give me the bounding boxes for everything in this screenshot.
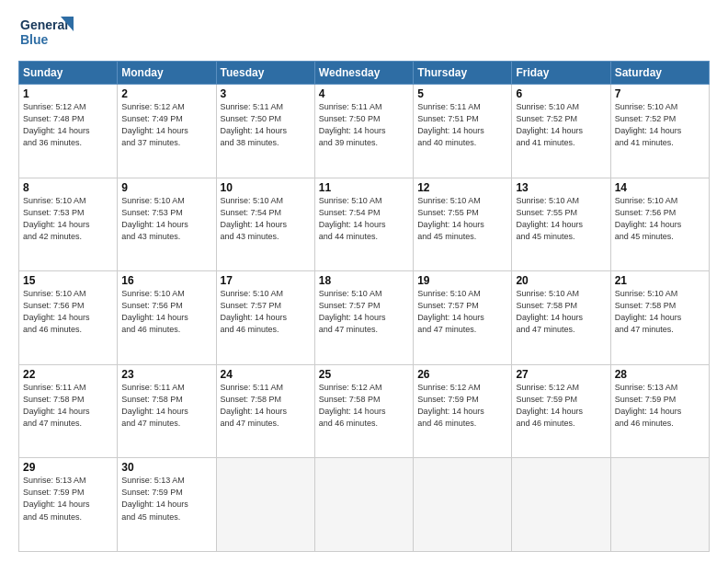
calendar-cell: 9 Sunrise: 5:10 AMSunset: 7:53 PMDayligh… xyxy=(118,178,216,271)
svg-text:Blue: Blue xyxy=(20,32,49,47)
day-info: Sunrise: 5:10 AMSunset: 7:52 PMDaylight:… xyxy=(516,101,606,149)
day-info: Sunrise: 5:10 AMSunset: 7:56 PMDaylight:… xyxy=(615,195,705,243)
day-number: 5 xyxy=(417,87,507,100)
day-info: Sunrise: 5:10 AMSunset: 7:54 PMDaylight:… xyxy=(221,195,311,243)
day-info: Sunrise: 5:12 AMSunset: 7:59 PMDaylight:… xyxy=(417,382,507,430)
calendar-cell xyxy=(216,458,314,552)
calendar-cell: 7 Sunrise: 5:10 AMSunset: 7:52 PMDayligh… xyxy=(610,85,709,178)
day-header-tuesday: Tuesday xyxy=(216,62,314,85)
calendar-row: 15 Sunrise: 5:10 AMSunset: 7:56 PMDaylig… xyxy=(19,271,710,365)
calendar-header-row: SundayMondayTuesdayWednesdayThursdayFrid… xyxy=(19,62,710,85)
day-number: 6 xyxy=(516,87,606,100)
day-number: 27 xyxy=(516,368,606,381)
calendar-cell: 18 Sunrise: 5:10 AMSunset: 7:57 PMDaylig… xyxy=(314,271,413,365)
calendar-cell: 13 Sunrise: 5:10 AMSunset: 7:55 PMDaylig… xyxy=(512,178,610,271)
calendar-table: SundayMondayTuesdayWednesdayThursdayFrid… xyxy=(18,61,710,552)
calendar-cell: 2 Sunrise: 5:12 AMSunset: 7:49 PMDayligh… xyxy=(118,85,216,178)
day-info: Sunrise: 5:10 AMSunset: 7:56 PMDaylight:… xyxy=(121,288,211,336)
day-number: 16 xyxy=(121,274,211,287)
day-number: 15 xyxy=(23,274,113,287)
header: GeneralBlue xyxy=(18,15,710,52)
calendar-cell: 17 Sunrise: 5:10 AMSunset: 7:57 PMDaylig… xyxy=(216,271,314,365)
calendar-cell: 5 Sunrise: 5:11 AMSunset: 7:51 PMDayligh… xyxy=(414,85,512,178)
day-number: 9 xyxy=(121,181,211,194)
day-info: Sunrise: 5:13 AMSunset: 7:59 PMDaylight:… xyxy=(23,475,113,523)
calendar-cell: 25 Sunrise: 5:12 AMSunset: 7:58 PMDaylig… xyxy=(314,364,413,458)
calendar-cell: 3 Sunrise: 5:11 AMSunset: 7:50 PMDayligh… xyxy=(216,85,314,178)
calendar-cell: 29 Sunrise: 5:13 AMSunset: 7:59 PMDaylig… xyxy=(19,458,118,552)
day-info: Sunrise: 5:11 AMSunset: 7:58 PMDaylight:… xyxy=(121,382,211,430)
day-number: 29 xyxy=(23,461,113,474)
day-number: 22 xyxy=(23,368,113,381)
day-number: 8 xyxy=(23,181,113,194)
calendar-cell: 26 Sunrise: 5:12 AMSunset: 7:59 PMDaylig… xyxy=(414,364,512,458)
day-number: 17 xyxy=(221,274,311,287)
day-info: Sunrise: 5:10 AMSunset: 7:57 PMDaylight:… xyxy=(221,288,311,336)
calendar-cell: 27 Sunrise: 5:12 AMSunset: 7:59 PMDaylig… xyxy=(512,364,610,458)
day-info: Sunrise: 5:10 AMSunset: 7:53 PMDaylight:… xyxy=(121,195,211,243)
svg-text:General: General xyxy=(20,17,68,32)
calendar-cell: 15 Sunrise: 5:10 AMSunset: 7:56 PMDaylig… xyxy=(19,271,118,365)
calendar-cell: 6 Sunrise: 5:10 AMSunset: 7:52 PMDayligh… xyxy=(512,85,610,178)
calendar-cell: 1 Sunrise: 5:12 AMSunset: 7:48 PMDayligh… xyxy=(19,85,118,178)
day-info: Sunrise: 5:10 AMSunset: 7:57 PMDaylight:… xyxy=(319,288,409,336)
day-number: 24 xyxy=(221,368,311,381)
day-info: Sunrise: 5:11 AMSunset: 7:50 PMDaylight:… xyxy=(319,101,409,149)
day-number: 21 xyxy=(615,274,705,287)
calendar-cell: 4 Sunrise: 5:11 AMSunset: 7:50 PMDayligh… xyxy=(314,85,413,178)
calendar-cell: 8 Sunrise: 5:10 AMSunset: 7:53 PMDayligh… xyxy=(19,178,118,271)
day-number: 28 xyxy=(615,368,705,381)
day-info: Sunrise: 5:13 AMSunset: 7:59 PMDaylight:… xyxy=(121,475,211,523)
day-header-monday: Monday xyxy=(118,62,216,85)
day-info: Sunrise: 5:10 AMSunset: 7:53 PMDaylight:… xyxy=(23,195,113,243)
day-info: Sunrise: 5:11 AMSunset: 7:58 PMDaylight:… xyxy=(23,382,113,430)
day-info: Sunrise: 5:12 AMSunset: 7:49 PMDaylight:… xyxy=(121,101,211,149)
day-number: 4 xyxy=(319,87,409,100)
day-info: Sunrise: 5:10 AMSunset: 7:56 PMDaylight:… xyxy=(23,288,113,336)
day-number: 10 xyxy=(221,181,311,194)
logo: GeneralBlue xyxy=(18,15,81,52)
calendar-cell: 11 Sunrise: 5:10 AMSunset: 7:54 PMDaylig… xyxy=(314,178,413,271)
calendar-cell: 14 Sunrise: 5:10 AMSunset: 7:56 PMDaylig… xyxy=(610,178,709,271)
calendar-cell xyxy=(414,458,512,552)
day-info: Sunrise: 5:12 AMSunset: 7:48 PMDaylight:… xyxy=(23,101,113,149)
day-number: 11 xyxy=(319,181,409,194)
calendar-row: 8 Sunrise: 5:10 AMSunset: 7:53 PMDayligh… xyxy=(19,178,710,271)
day-info: Sunrise: 5:12 AMSunset: 7:58 PMDaylight:… xyxy=(319,382,409,430)
day-info: Sunrise: 5:13 AMSunset: 7:59 PMDaylight:… xyxy=(615,382,705,430)
calendar-row: 1 Sunrise: 5:12 AMSunset: 7:48 PMDayligh… xyxy=(19,85,710,178)
day-number: 12 xyxy=(417,181,507,194)
day-header-saturday: Saturday xyxy=(610,62,709,85)
day-number: 18 xyxy=(319,274,409,287)
day-header-thursday: Thursday xyxy=(414,62,512,85)
day-info: Sunrise: 5:10 AMSunset: 7:58 PMDaylight:… xyxy=(516,288,606,336)
day-info: Sunrise: 5:10 AMSunset: 7:55 PMDaylight:… xyxy=(417,195,507,243)
day-number: 30 xyxy=(121,461,211,474)
day-number: 2 xyxy=(121,87,211,100)
day-header-friday: Friday xyxy=(512,62,610,85)
calendar-cell: 23 Sunrise: 5:11 AMSunset: 7:58 PMDaylig… xyxy=(118,364,216,458)
day-number: 7 xyxy=(615,87,705,100)
day-number: 25 xyxy=(319,368,409,381)
day-number: 19 xyxy=(417,274,507,287)
calendar-cell: 24 Sunrise: 5:11 AMSunset: 7:58 PMDaylig… xyxy=(216,364,314,458)
day-info: Sunrise: 5:12 AMSunset: 7:59 PMDaylight:… xyxy=(516,382,606,430)
calendar-cell: 21 Sunrise: 5:10 AMSunset: 7:58 PMDaylig… xyxy=(610,271,709,365)
day-number: 23 xyxy=(121,368,211,381)
calendar-cell xyxy=(610,458,709,552)
calendar-cell: 22 Sunrise: 5:11 AMSunset: 7:58 PMDaylig… xyxy=(19,364,118,458)
day-info: Sunrise: 5:10 AMSunset: 7:54 PMDaylight:… xyxy=(319,195,409,243)
calendar-row: 22 Sunrise: 5:11 AMSunset: 7:58 PMDaylig… xyxy=(19,364,710,458)
page: GeneralBlue SundayMondayTuesdayWednesday… xyxy=(0,0,728,563)
calendar-cell xyxy=(314,458,413,552)
calendar-cell: 12 Sunrise: 5:10 AMSunset: 7:55 PMDaylig… xyxy=(414,178,512,271)
day-info: Sunrise: 5:10 AMSunset: 7:58 PMDaylight:… xyxy=(615,288,705,336)
calendar-cell: 30 Sunrise: 5:13 AMSunset: 7:59 PMDaylig… xyxy=(118,458,216,552)
calendar-row: 29 Sunrise: 5:13 AMSunset: 7:59 PMDaylig… xyxy=(19,458,710,552)
day-info: Sunrise: 5:11 AMSunset: 7:50 PMDaylight:… xyxy=(221,101,311,149)
day-info: Sunrise: 5:10 AMSunset: 7:55 PMDaylight:… xyxy=(516,195,606,243)
day-info: Sunrise: 5:10 AMSunset: 7:57 PMDaylight:… xyxy=(417,288,507,336)
day-number: 20 xyxy=(516,274,606,287)
day-header-wednesday: Wednesday xyxy=(314,62,413,85)
day-number: 3 xyxy=(221,87,311,100)
